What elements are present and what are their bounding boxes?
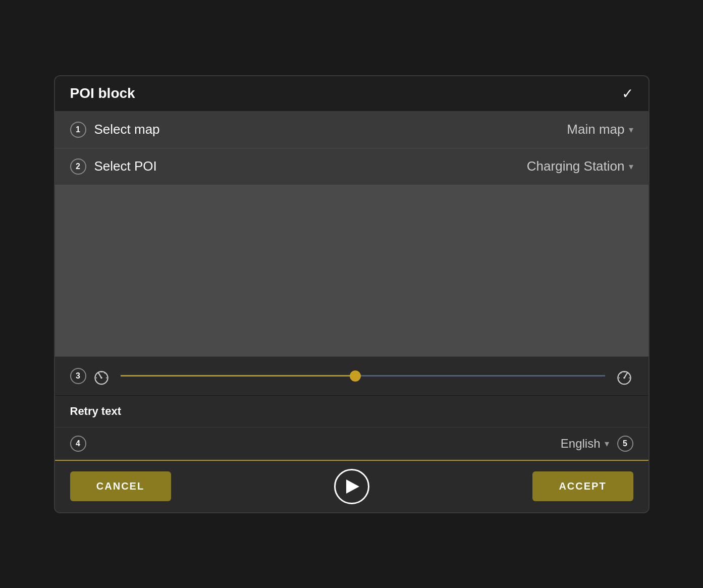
lang-right[interactable]: English ▾ 5: [561, 436, 633, 452]
slider-section: 3: [55, 356, 648, 395]
select-poi-dropdown-arrow[interactable]: ▾: [629, 161, 633, 172]
check-icon[interactable]: ✓: [622, 85, 633, 102]
language-row: 4 English ▾ 5: [55, 427, 648, 460]
slider-control[interactable]: [121, 371, 605, 381]
play-button[interactable]: [334, 469, 369, 504]
select-map-dropdown-arrow[interactable]: ▾: [629, 124, 633, 135]
select-poi-value: Charging Station: [527, 158, 625, 174]
gauge-slow-icon: [92, 367, 111, 385]
select-map-row[interactable]: 1 Select map Main map ▾: [55, 112, 648, 148]
bottom-bar: CANCEL ACCEPT: [55, 460, 648, 512]
svg-line-13: [620, 372, 621, 373]
step-badge-3: 3: [70, 368, 86, 384]
retry-text-label: Retry text: [70, 405, 121, 417]
select-map-value: Main map: [567, 122, 624, 137]
row-left-2: 2 Select POI: [70, 158, 157, 175]
accept-button[interactable]: ACCEPT: [532, 471, 633, 501]
rows-section: 1 Select map Main map ▾ 2 Select POI Cha…: [55, 112, 648, 185]
step-badge-5: 5: [617, 436, 633, 452]
poi-block-dialog: POI block ✓ 1 Select map Main map ▾ 2: [54, 75, 650, 513]
lang-left: 4: [70, 436, 86, 452]
svg-line-15: [627, 372, 627, 373]
step-badge-4: 4: [70, 436, 86, 452]
gauge-fast-icon: [615, 367, 633, 385]
svg-line-5: [97, 372, 98, 373]
row-right-2: Charging Station ▾: [527, 158, 633, 174]
step-badge-1: 1: [70, 122, 86, 138]
svg-point-10: [623, 377, 625, 379]
slider-left: 3: [70, 367, 111, 385]
select-poi-label: Select POI: [94, 158, 157, 174]
dialog-title: POI block: [70, 85, 135, 101]
language-value: English: [561, 437, 601, 451]
content-area: [55, 185, 648, 356]
row-left-1: 1 Select map: [70, 122, 160, 138]
language-dropdown-arrow[interactable]: ▾: [605, 438, 609, 449]
step-badge-2: 2: [70, 158, 86, 175]
svg-point-2: [100, 377, 102, 379]
play-icon: [346, 479, 359, 494]
slider-track-right: [358, 375, 605, 377]
select-map-label: Select map: [94, 122, 160, 137]
retry-section: Retry text: [55, 395, 648, 427]
slider-thumb[interactable]: [350, 370, 361, 382]
svg-line-7: [104, 372, 104, 373]
slider-track: [121, 375, 605, 377]
slider-track-left: [121, 375, 358, 377]
row-right-1: Main map ▾: [567, 122, 633, 137]
dialog-header: POI block ✓: [55, 76, 648, 112]
select-poi-row[interactable]: 2 Select POI Charging Station ▾: [55, 148, 648, 185]
cancel-button[interactable]: CANCEL: [70, 471, 171, 501]
